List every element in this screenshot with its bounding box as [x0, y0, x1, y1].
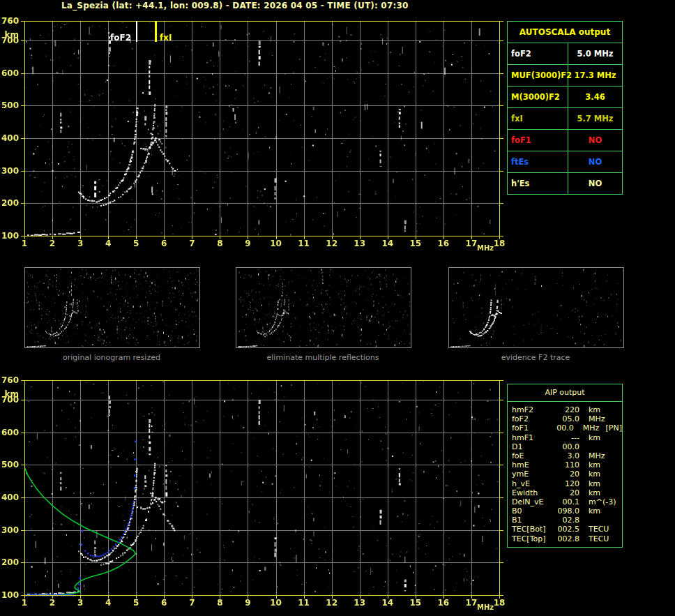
- x-tick-label: 11: [296, 239, 312, 248]
- x-tick-label: 7: [183, 239, 200, 248]
- x-tick-label: 7: [183, 599, 200, 608]
- x-tick-label: 14: [379, 239, 396, 248]
- table-row: B102.8: [508, 516, 622, 525]
- aip-table-rows: hmF2220kmfoF205.0MHzfoF100.0MHz[PN]hmF1-…: [508, 405, 622, 543]
- parameter-label: fxI: [508, 108, 568, 129]
- parameter-extra: [614, 525, 622, 534]
- parameter-label: foF1: [508, 130, 568, 151]
- x-tick-label: 5: [128, 239, 144, 248]
- y-tick-label: 200: [0, 198, 19, 208]
- y-tick-label: 500: [0, 460, 19, 469]
- parameter-label: D1: [512, 442, 552, 451]
- table-row: MUF(3000)F217.3 MHz: [508, 65, 622, 87]
- x-tick-label: 9: [239, 239, 256, 248]
- table-row: h'EsNO: [508, 173, 622, 194]
- thumbnail-caption-evidence: evidence F2 trace: [448, 353, 623, 362]
- y-tick-label: 600: [0, 428, 19, 437]
- y-tick-label: 400: [0, 493, 19, 502]
- autoscala-output-table: AUTOSCALA output foF25.0 MHzMUF(3000)F21…: [507, 21, 623, 195]
- x-tick-label: 3: [72, 599, 89, 608]
- table-row: D100.0: [508, 442, 622, 451]
- parameter-label: foF2: [512, 414, 552, 423]
- table-row: ymE20km: [508, 469, 622, 479]
- parameter-unit: MHz: [583, 423, 606, 433]
- parameter-label: h_vE: [512, 479, 552, 488]
- table-row: hmF2220km: [508, 405, 622, 414]
- y-tick-label: 200: [0, 557, 19, 567]
- x-axis-unit-label: MHz: [477, 603, 494, 611]
- parameter-extra: [614, 451, 622, 460]
- parameter-value: 220: [552, 405, 579, 414]
- parameter-label: h'Es: [508, 173, 568, 194]
- x-tick-label: 12: [324, 599, 340, 608]
- x-tick-label: 6: [156, 599, 172, 608]
- thumbnail-canvas-original: [25, 268, 199, 347]
- x-tick-label: 13: [351, 599, 368, 608]
- parameter-value: 00.0: [552, 442, 579, 451]
- parameter-label: MUF(3000)F2: [508, 65, 568, 86]
- parameter-value: NO: [568, 173, 622, 194]
- x-tick-label: 14: [379, 599, 396, 608]
- table-row: TEC[Top]002.8TECU: [508, 534, 622, 543]
- parameter-unit: TECU: [589, 534, 614, 543]
- parameter-unit: km: [589, 479, 614, 488]
- thumbnail-original-ionogram: [24, 267, 200, 348]
- parameter-extra: [614, 506, 622, 516]
- x-tick-label: 4: [100, 239, 116, 248]
- parameter-value: NO: [568, 130, 622, 151]
- x-tick-label: 6: [156, 239, 172, 248]
- parameter-value: 5.0 MHz: [568, 43, 622, 64]
- table-row: Ewidth20km: [508, 488, 622, 497]
- parameter-extra: [PN]: [606, 423, 622, 433]
- parameter-value: 20: [552, 488, 579, 497]
- parameter-extra: [614, 479, 622, 488]
- x-tick-label: 3: [72, 239, 89, 248]
- table-row: B0098.0km: [508, 506, 622, 516]
- parameter-unit: m^(-3): [589, 497, 614, 506]
- parameter-extra: [614, 405, 622, 414]
- parameter-value: ---: [552, 433, 579, 442]
- table-row: h_vE120km: [508, 479, 622, 488]
- parameter-value: 3.0: [552, 451, 579, 460]
- main-ionogram-canvas: [19, 15, 506, 243]
- x-tick-label: 4: [100, 599, 116, 608]
- parameter-label: M(3000)F2: [508, 87, 568, 107]
- x-tick-label: 1: [16, 599, 33, 608]
- parameter-unit: [589, 442, 614, 451]
- aip-output-table: AIP output hmF2220kmfoF205.0MHzfoF100.0M…: [507, 384, 623, 548]
- parameter-value: 05.0: [552, 414, 579, 423]
- parameter-unit: km: [589, 460, 614, 469]
- x-tick-label: 10: [268, 599, 285, 608]
- parameter-value: 002.8: [552, 534, 579, 543]
- x-tick-label: 8: [211, 239, 228, 248]
- x-tick-label: 16: [435, 239, 452, 248]
- autoscala-app: { "title": "La_Spezia (lat: +44.1, lon: …: [0, 0, 675, 616]
- x-axis-unit-label: MHz: [477, 244, 494, 252]
- y-tick-label: 300: [0, 166, 19, 176]
- table-row: DelN_vE00.1m^(-3): [508, 497, 622, 506]
- table-row: TEC[Bot]002.5TECU: [508, 525, 622, 534]
- parameter-label: ymE: [512, 469, 552, 479]
- parameter-unit: TECU: [589, 525, 614, 534]
- thumbnail-canvas-evidence: [449, 268, 623, 347]
- parameter-extra: [614, 442, 622, 451]
- parameter-extra: [614, 534, 622, 543]
- y-axis-unit-label: km: [0, 389, 19, 399]
- parameter-label: foE: [512, 451, 552, 460]
- parameter-value: 00.0: [548, 423, 574, 433]
- parameter-unit: km: [589, 433, 614, 442]
- parameter-label: hmE: [512, 460, 552, 469]
- x-tick-label: 11: [296, 599, 312, 608]
- parameter-label: Ewidth: [512, 488, 552, 497]
- x-tick-label: 2: [44, 239, 61, 248]
- x-tick-label: 9: [239, 599, 256, 608]
- parameter-value: 110: [552, 460, 579, 469]
- y-tick-label: 600: [0, 68, 19, 78]
- page-title: La_Spezia (lat: +44.1, lon: 009.8) - DAT…: [61, 1, 409, 10]
- y-tick-label: 760: [0, 16, 19, 26]
- parameter-unit: MHz: [589, 414, 614, 423]
- parameter-unit: km: [589, 469, 614, 479]
- x-tick-label: 15: [407, 599, 424, 608]
- parameter-value: 002.5: [552, 525, 579, 534]
- parameter-extra: [614, 488, 622, 497]
